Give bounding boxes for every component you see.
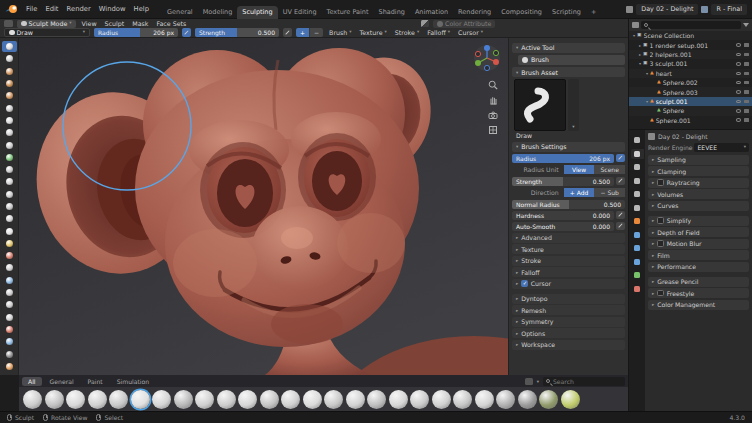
section-checkbox[interactable] [657, 240, 664, 247]
filter-icon[interactable] [743, 23, 749, 27]
hide-viewport-icon[interactable] [736, 43, 741, 47]
outliner-row[interactable]: ▾ ▣ 3 sculpt.001 [629, 59, 752, 68]
properties-tab[interactable] [631, 162, 644, 172]
outliner-row[interactable]: ▲ Sphere.003 [629, 87, 752, 96]
outliner-row[interactable]: ▾ ▲ heart [629, 69, 752, 78]
sculpt-tool-button[interactable] [2, 312, 17, 323]
radius-pressure-icon[interactable] [616, 154, 625, 163]
grid-perspective-icon[interactable] [488, 125, 498, 135]
outliner-row[interactable]: ▲ Sphere.002 [629, 78, 752, 87]
properties-tab[interactable] [631, 189, 644, 199]
radius-unit-scene-button[interactable]: Scene [594, 165, 625, 174]
sidebar-section[interactable]: ▸ Dyntopo [512, 294, 625, 304]
sculpt-tool-button[interactable] [2, 262, 17, 273]
sculpt-tool-button[interactable] [2, 53, 17, 64]
sculpt-tool-button[interactable] [2, 324, 17, 335]
radius-slider[interactable]: Radius206 px [94, 28, 178, 37]
hardness-pressure-icon[interactable] [616, 211, 625, 220]
viewport-3d[interactable] [19, 38, 508, 375]
active-tool-brush[interactable]: Brush [518, 55, 625, 65]
properties-tab[interactable] [631, 257, 644, 267]
brush-thumbnail[interactable] [152, 390, 171, 409]
hide-viewport-icon[interactable] [736, 100, 741, 104]
properties-tab[interactable] [631, 203, 644, 213]
workspace-tab[interactable]: Shading [374, 6, 410, 19]
brush-selector[interactable]: Draw▾ [4, 28, 90, 37]
header-dropdown[interactable]: Stroke▾ [393, 29, 421, 36]
brush-thumbnail[interactable] [45, 390, 64, 409]
brush-thumbnail[interactable] [303, 390, 322, 409]
brush-thumbnail[interactable] [389, 390, 408, 409]
sculpt-tool-button[interactable] [2, 41, 17, 52]
app-menu-item[interactable]: Help [130, 4, 154, 14]
zoom-icon[interactable] [488, 80, 498, 90]
brush-thumbnail[interactable] [518, 390, 537, 409]
properties-tab[interactable] [631, 176, 644, 186]
sculpt-tool-button[interactable] [2, 238, 17, 249]
auto-smooth-slider[interactable]: Auto-Smooth0.000 [512, 222, 614, 231]
sculpt-tool-button[interactable] [2, 139, 17, 150]
matcap-toggle-icon[interactable] [421, 20, 429, 27]
sidebar-section[interactable]: ▸ Falloff [512, 267, 625, 277]
brush-thumbnail[interactable] [367, 390, 386, 409]
scene-selector[interactable]: Day 02 - Delight [636, 4, 698, 15]
brush-thumbnail[interactable] [432, 390, 451, 409]
shelf-search-input[interactable]: Search [543, 377, 625, 386]
normal-radius-slider[interactable]: Normal Radius0.500 [512, 200, 625, 209]
sculpt-tool-button[interactable] [2, 189, 17, 200]
section-checkbox[interactable] [657, 179, 664, 186]
brush-thumbnail[interactable] [346, 390, 365, 409]
sculpt-tool-button[interactable] [2, 66, 17, 77]
brush-thumbnail[interactable] [217, 390, 236, 409]
disable-render-icon[interactable] [744, 109, 749, 113]
shelf-options-icon[interactable]: ▾ [535, 379, 541, 384]
active-tool-panel-header[interactable]: ▾Active Tool [512, 43, 625, 53]
strength-pressure-icon[interactable] [283, 28, 292, 37]
sculpt-tool-button[interactable] [2, 361, 17, 372]
header-menu-item[interactable]: Mask [130, 20, 150, 27]
catalog-toggle-icon[interactable] [525, 378, 533, 385]
brush-thumbnail[interactable] [195, 390, 214, 409]
pan-hand-icon[interactable] [488, 95, 498, 105]
blender-logo-icon[interactable] [5, 4, 18, 14]
brush-thumbnail[interactable] [496, 390, 515, 409]
shelf-tab[interactable]: General [44, 377, 80, 386]
sculpt-tool-button[interactable] [2, 299, 17, 310]
sculpt-tool-button[interactable] [2, 213, 17, 224]
brush-thumbnail[interactable] [238, 390, 257, 409]
properties-section[interactable]: ▸ Film [648, 250, 749, 260]
hide-viewport-icon[interactable] [736, 72, 741, 76]
header-menu-item[interactable]: Face Sets [154, 20, 188, 27]
camera-view-icon[interactable] [488, 110, 498, 120]
sculpt-tool-button[interactable] [2, 176, 17, 187]
properties-tab[interactable] [631, 230, 644, 240]
brush-thumbnail[interactable] [131, 390, 150, 409]
header-menu-item[interactable]: Sculpt [103, 20, 127, 27]
hide-viewport-icon[interactable] [736, 53, 741, 57]
disable-render-icon[interactable] [744, 118, 749, 122]
brush-thumbnail[interactable] [174, 390, 193, 409]
sculpt-tool-button[interactable] [2, 348, 17, 359]
properties-tab[interactable] [631, 149, 644, 159]
brush-thumbnail[interactable] [88, 390, 107, 409]
radius-pressure-icon[interactable] [182, 28, 191, 37]
render-engine-select[interactable]: EEVEE▾ [694, 143, 749, 152]
sculpt-tool-button[interactable] [2, 275, 17, 286]
add-direction-button[interactable]: + [296, 28, 309, 37]
disable-render-icon[interactable] [744, 62, 749, 66]
app-menu-item[interactable]: Edit [41, 4, 62, 14]
sculpt-tool-button[interactable] [2, 127, 17, 138]
brush-settings-panel-header[interactable]: ▾Brush Settings [512, 142, 625, 152]
workspace-tab[interactable]: Compositing [496, 6, 547, 19]
direction-sub-button[interactable]: − Sub [594, 188, 625, 197]
brush-preview-expand-button[interactable]: ▾ [568, 79, 579, 131]
workspace-tab[interactable]: Scripting [547, 6, 586, 19]
brush-thumbnail[interactable] [23, 390, 42, 409]
outliner-row[interactable]: ▸ ▣ 1 render setup.001 [629, 40, 752, 49]
strength-slider[interactable]: Strength0.500 [195, 28, 279, 37]
header-dropdown[interactable]: Texture▾ [358, 29, 389, 36]
hide-viewport-icon[interactable] [736, 109, 741, 113]
hide-viewport-icon[interactable] [736, 62, 741, 66]
shelf-tab[interactable]: Simulation [111, 377, 155, 386]
sidebar-section[interactable]: ▸ Workspace [512, 340, 625, 350]
